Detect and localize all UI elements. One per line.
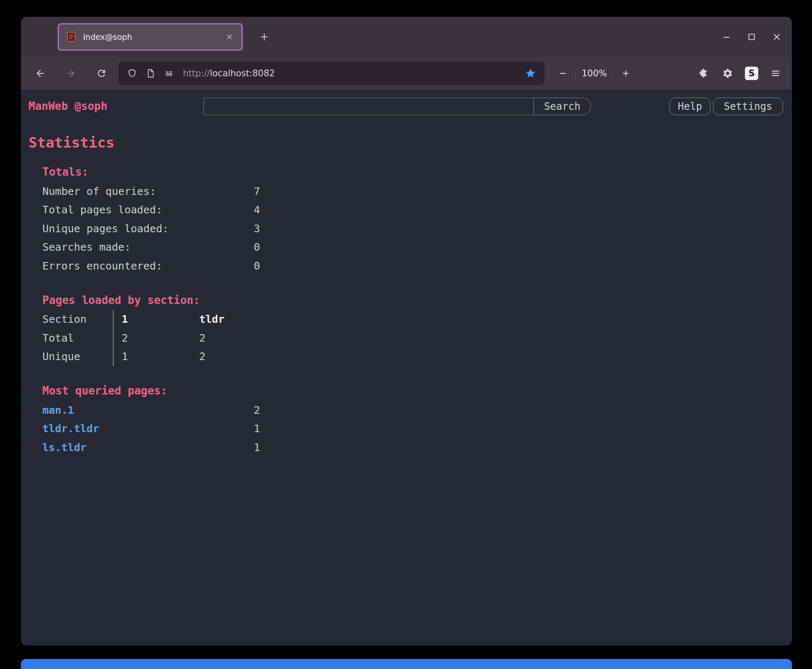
stat-row: Searches made: 0 xyxy=(42,238,792,257)
url-host: localhost:8082 xyxy=(210,68,275,78)
table-row-label: Unique xyxy=(42,350,113,363)
background-window-edge xyxy=(21,659,792,669)
list-item: man.1 2 xyxy=(42,401,792,420)
stat-label: Searches made: xyxy=(42,241,254,253)
browser-window: Index@soph xyxy=(21,17,792,646)
stat-value: 3 xyxy=(254,223,260,235)
screen: Index@soph xyxy=(0,0,812,669)
tab-title: Index@soph xyxy=(83,32,217,41)
table-row-values: 1 2 xyxy=(113,347,206,366)
search-input[interactable] xyxy=(203,98,534,115)
header-nav-buttons: Help Settings xyxy=(669,98,783,115)
table-row-header: Section xyxy=(42,313,113,325)
window-controls xyxy=(716,17,787,57)
page-title: Statistics xyxy=(29,133,792,152)
table-row-label: Total xyxy=(42,332,113,344)
minimize-button[interactable] xyxy=(716,27,737,47)
close-button[interactable] xyxy=(767,27,787,47)
permissions-icon[interactable] xyxy=(161,65,177,81)
url-bar[interactable]: http://localhost:8082 xyxy=(118,62,544,85)
stat-label: Number of queries: xyxy=(42,185,254,197)
table-row: Unique 1 2 xyxy=(42,347,792,366)
new-tab-button[interactable] xyxy=(256,29,273,45)
search-button[interactable]: Search xyxy=(534,98,591,115)
toolbar-divider xyxy=(613,68,613,79)
settings-gear-icon[interactable] xyxy=(718,64,737,83)
by-section-heading: Pages loaded by section: xyxy=(42,291,792,309)
active-tab[interactable]: Index@soph xyxy=(58,23,242,50)
page-link[interactable]: tldr.tldr xyxy=(42,423,99,435)
titlebar: Index@soph xyxy=(21,17,792,57)
toolbar-right-icons: S xyxy=(694,64,785,83)
site-brand-link[interactable]: ManWeb @soph xyxy=(29,100,107,112)
list-item: ls.tldr 1 xyxy=(42,438,792,457)
help-button[interactable]: Help xyxy=(669,98,710,115)
maximize-button[interactable] xyxy=(742,27,762,47)
totals-heading: Totals: xyxy=(42,163,792,181)
table-cell: 2 xyxy=(122,332,199,344)
stat-label: Unique pages loaded: xyxy=(42,223,254,235)
navigation-toolbar: http://localhost:8082 100% xyxy=(21,57,792,90)
table-cell: 1 xyxy=(122,350,199,363)
stat-label: Total pages loaded: xyxy=(42,204,254,216)
url-text: http://localhost:8082 xyxy=(183,68,275,78)
most-queried-list: man.1 2 tldr.tldr 1 ls.tldr 1 xyxy=(42,401,792,457)
stat-value: 7 xyxy=(254,185,260,197)
menu-hamburger-icon[interactable] xyxy=(766,64,785,83)
most-queried-heading: Most queried pages: xyxy=(42,381,792,400)
back-button[interactable] xyxy=(30,63,50,83)
zoom-in-icon[interactable] xyxy=(617,65,634,82)
query-count: 1 xyxy=(254,423,260,435)
stat-row: Total pages loaded: 4 xyxy=(42,201,792,220)
reload-button[interactable] xyxy=(91,63,112,83)
tab-close-icon[interactable] xyxy=(223,31,236,43)
page-info-icon[interactable] xyxy=(143,65,159,81)
section-table-header: Section 1 tldr xyxy=(42,310,792,329)
tracking-protection-shield-icon[interactable] xyxy=(124,65,140,81)
zoom-level[interactable]: 100% xyxy=(580,68,609,78)
table-col-header: 1 xyxy=(122,313,199,325)
stat-row: Errors encountered: 0 xyxy=(42,257,792,275)
table-header-values: 1 tldr xyxy=(113,310,224,329)
zoom-out-icon[interactable] xyxy=(554,65,571,82)
stat-label: Errors encountered: xyxy=(42,260,254,272)
stat-value: 0 xyxy=(254,241,260,253)
s-extension-badge[interactable]: S xyxy=(745,67,758,80)
table-cell: 2 xyxy=(199,332,206,344)
query-count: 1 xyxy=(254,441,260,454)
section-table: Section 1 tldr Total 2 2 Unique xyxy=(42,310,792,366)
search-group: Search xyxy=(203,98,591,115)
settings-button[interactable]: Settings xyxy=(713,98,783,115)
zoom-controls: 100% xyxy=(554,65,634,82)
page-content: ManWeb @soph Search Help Settings Statis… xyxy=(21,90,792,646)
bookmark-star-icon[interactable] xyxy=(523,65,539,81)
forward-button[interactable] xyxy=(61,63,81,83)
table-cell: 2 xyxy=(199,350,206,363)
stat-row: Number of queries: 7 xyxy=(42,182,792,201)
page-link[interactable]: ls.tldr xyxy=(42,441,86,454)
stat-value: 4 xyxy=(254,204,260,216)
table-row-values: 2 2 xyxy=(113,329,206,347)
stat-row: Unique pages loaded: 3 xyxy=(42,219,792,238)
list-item: tldr.tldr 1 xyxy=(42,420,792,438)
extensions-puzzle-icon[interactable] xyxy=(694,64,713,83)
totals-list: Number of queries: 7 Total pages loaded:… xyxy=(42,182,792,275)
site-header: ManWeb @soph Search Help Settings xyxy=(21,90,792,122)
toolbar-divider xyxy=(575,68,576,79)
table-col-header: tldr xyxy=(199,313,224,325)
stat-value: 0 xyxy=(254,260,260,272)
tab-favicon-icon xyxy=(65,31,77,43)
url-scheme: http:// xyxy=(183,68,210,78)
table-row: Total 2 2 xyxy=(42,329,792,347)
page-link[interactable]: man.1 xyxy=(42,404,74,416)
query-count: 2 xyxy=(254,404,260,416)
